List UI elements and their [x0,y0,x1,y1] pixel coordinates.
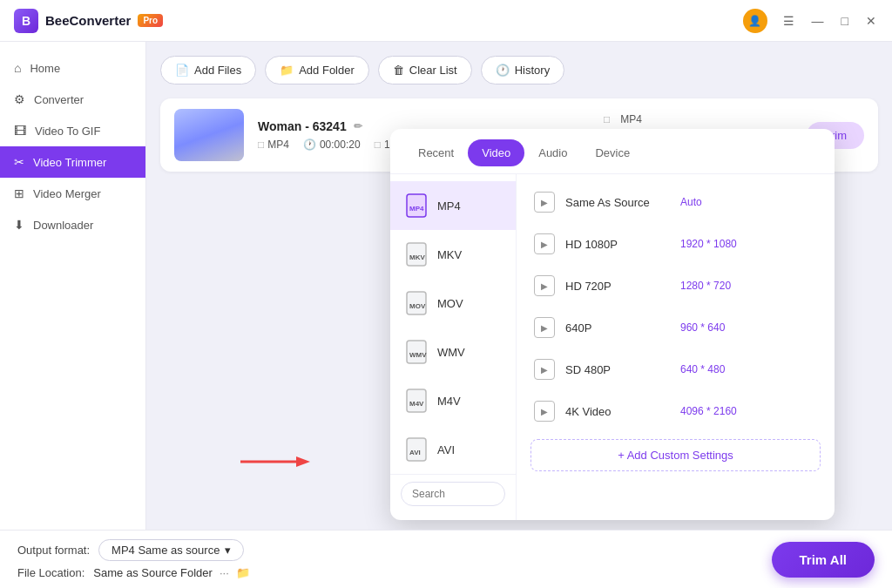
clock-icon: 🕐 [303,139,316,151]
maximize-button[interactable]: □ [840,12,850,30]
file-location-label: File Location: [17,566,84,579]
tab-audio[interactable]: Audio [524,139,581,166]
thumbnail-image [174,109,244,161]
quality-4k[interactable]: ▶ 4K Video 4096 * 2160 [517,390,835,432]
svg-text:AVI: AVI [409,449,421,456]
format-mp4[interactable]: MP4 MP4 [390,181,516,230]
titlebar: B BeeConverter Pro 👤 ☰ — □ ✕ [0,0,892,42]
sidebar-item-label: Converter [34,93,84,106]
sidebar-item-video-to-gif[interactable]: 🎞 Video To GIF [0,115,145,146]
svg-text:MKV: MKV [409,253,425,261]
quality-icon: ▶ [534,275,555,296]
wmv-icon: WMV [404,338,429,366]
add-files-button[interactable]: 📄 Add Files [160,56,256,84]
quality-hd-720p[interactable]: ▶ HD 720P 1280 * 720 [517,265,835,307]
format-dropdown: Recent Video Audio Device MP4 M [390,129,835,520]
tab-recent[interactable]: Recent [404,139,468,166]
input-duration: 🕐 00:00:20 [303,139,361,151]
svg-text:MP4: MP4 [409,205,424,213]
sidebar-item-home[interactable]: ⌂ Home [0,52,145,84]
avi-icon: AVI [404,436,429,463]
sidebar-item-downloader[interactable]: ⬇ Downloader [0,209,145,240]
format-wmv[interactable]: WMV WMV [390,328,516,376]
sidebar-item-label: Home [30,62,60,75]
format-mkv[interactable]: MKV MKV [390,230,516,279]
history-icon: 🕐 [496,64,510,77]
output-format-label: Output format: [17,544,90,557]
format-avi[interactable]: AVI AVI [390,425,516,474]
output-format-select[interactable]: MP4 Same as source ▾ [98,539,244,561]
video-trimmer-icon: ✂ [14,155,24,169]
format-body: MP4 MP4 MKV MKV MOV [390,174,835,520]
sidebar-item-video-merger[interactable]: ⊞ Video Merger [0,178,145,209]
red-arrow-output [240,453,310,470]
output-format-checkbox: □ [604,113,610,125]
output-format-row: □ MP4 [604,113,750,125]
content-area: 📄 Add Files 📁 Add Folder 🗑 Clear List 🕐 … [146,42,892,530]
app-logo: B [14,9,38,33]
quality-icon: ▶ [534,317,555,338]
main-layout: ⌂ Home ⚙ Converter 🎞 Video To GIF ✂ Vide… [0,42,892,530]
downloader-icon: ⬇ [14,218,24,232]
app-title: BeeConverter [45,13,131,28]
format-search [390,474,516,513]
resolution-icon: □ [375,139,381,151]
file-location-row: File Location: Same as Source Folder ···… [17,566,250,579]
add-files-icon: 📄 [175,64,189,77]
titlebar-right: 👤 ☰ — □ ✕ [743,9,878,33]
file-location: Same as Source Folder ··· 📁 [93,566,249,579]
m4v-icon: M4V [404,387,429,415]
tab-video[interactable]: Video [468,139,524,166]
search-input[interactable] [401,482,505,506]
mov-icon: MOV [404,289,429,317]
format-m4v[interactable]: M4V M4V [390,376,516,425]
sidebar-item-label: Downloader [33,219,93,232]
add-folder-icon: 📁 [280,64,294,77]
titlebar-left: B BeeConverter Pro [14,9,163,33]
quality-icon: ▶ [534,233,555,254]
quality-icon: ▶ [534,192,555,213]
sidebar-item-label: Video Trimmer [33,156,106,169]
quality-hd-1080p[interactable]: ▶ HD 1080P 1920 * 1080 [517,223,835,265]
minimize-button[interactable]: — [810,12,826,30]
file-location-more[interactable]: ··· [220,566,229,579]
clear-list-button[interactable]: 🗑 Clear List [378,56,472,84]
add-folder-button[interactable]: 📁 Add Folder [265,56,369,84]
bottom-left: Output format: MP4 Same as source ▾ File… [17,539,250,579]
output-format-row: Output format: MP4 Same as source ▾ [17,539,250,561]
trim-all-button[interactable]: Trim All [772,542,875,578]
quality-same-as-source[interactable]: ▶ Same As Source Auto [517,181,835,223]
format-qualities: ▶ Same As Source Auto ▶ HD 1080P 1920 * … [517,174,835,520]
svg-text:MOV: MOV [409,302,426,310]
add-custom-settings-button[interactable]: + Add Custom Settings [530,439,821,471]
edit-icon[interactable]: ✏ [354,120,362,132]
video-to-gif-icon: 🎞 [14,124,26,138]
close-button[interactable]: ✕ [864,12,878,30]
svg-text:WMV: WMV [409,351,427,359]
sidebar-item-label: Video Merger [33,187,101,200]
history-button[interactable]: 🕐 History [481,56,564,84]
converter-icon: ⚙ [14,92,25,106]
mp4-icon: MP4 [404,192,429,220]
quality-640p[interactable]: ▶ 640P 960 * 640 [517,307,835,348]
chevron-down-icon: ▾ [225,544,231,557]
quality-sd-480p[interactable]: ▶ SD 480P 640 * 480 [517,348,835,390]
mkv-icon: MKV [404,240,429,268]
video-merger-icon: ⊞ [14,186,24,200]
svg-marker-13 [296,456,310,467]
tab-device[interactable]: Device [581,139,644,166]
pro-badge: Pro [138,14,163,27]
sidebar-item-label: Video To GIF [35,125,100,138]
menu-icon[interactable]: ☰ [781,12,796,30]
bottom-bar: Output format: MP4 Same as source ▾ File… [0,530,892,588]
svg-text:M4V: M4V [409,400,424,408]
sidebar-item-converter[interactable]: ⚙ Converter [0,84,145,115]
user-avatar[interactable]: 👤 [743,9,767,33]
clear-list-icon: 🗑 [393,64,404,77]
file-thumbnail [174,109,244,161]
format-mov[interactable]: MOV MOV [390,279,516,328]
sidebar-item-video-trimmer[interactable]: ✂ Video Trimmer [0,146,145,178]
quality-icon: ▶ [534,401,555,422]
quality-icon: ▶ [534,359,555,380]
file-location-folder-icon[interactable]: 📁 [236,566,250,579]
